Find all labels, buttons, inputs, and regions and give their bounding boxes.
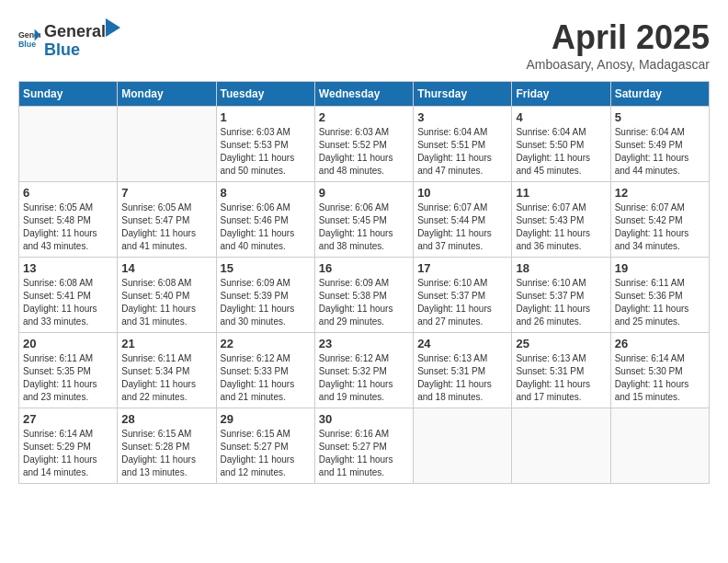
calendar-cell: 15Sunrise: 6:09 AMSunset: 5:39 PMDayligh… xyxy=(216,258,314,333)
day-info: Sunrise: 6:16 AMSunset: 5:27 PMDaylight:… xyxy=(319,428,409,479)
calendar-cell: 11Sunrise: 6:07 AMSunset: 5:43 PMDayligh… xyxy=(512,182,610,258)
calendar-cell: 18Sunrise: 6:10 AMSunset: 5:37 PMDayligh… xyxy=(512,258,610,333)
day-number: 13 xyxy=(23,261,113,275)
day-info: Sunrise: 6:08 AMSunset: 5:41 PMDaylight:… xyxy=(23,277,113,328)
day-info: Sunrise: 6:03 AMSunset: 5:53 PMDaylight:… xyxy=(221,126,311,178)
day-info: Sunrise: 6:04 AMSunset: 5:51 PMDaylight:… xyxy=(417,126,507,178)
day-info: Sunrise: 6:10 AMSunset: 5:37 PMDaylight:… xyxy=(516,277,606,328)
day-info: Sunrise: 6:09 AMSunset: 5:39 PMDaylight:… xyxy=(221,277,311,328)
calendar-cell: 28Sunrise: 6:15 AMSunset: 5:28 PMDayligh… xyxy=(118,408,216,484)
calendar-cell: 6Sunrise: 6:05 AMSunset: 5:48 PMDaylight… xyxy=(19,182,118,258)
calendar-cell: 7Sunrise: 6:05 AMSunset: 5:47 PMDaylight… xyxy=(118,182,216,258)
day-number: 4 xyxy=(516,110,606,124)
day-info: Sunrise: 6:11 AMSunset: 5:34 PMDaylight:… xyxy=(121,352,211,404)
day-number: 16 xyxy=(319,261,409,275)
day-number: 6 xyxy=(23,186,113,200)
day-info: Sunrise: 6:05 AMSunset: 5:48 PMDaylight:… xyxy=(23,201,113,253)
calendar-week-row: 1Sunrise: 6:03 AMSunset: 5:53 PMDaylight… xyxy=(19,107,710,182)
day-info: Sunrise: 6:15 AMSunset: 5:27 PMDaylight:… xyxy=(221,428,311,479)
svg-text:Blue: Blue xyxy=(18,40,36,49)
calendar-cell xyxy=(19,107,118,182)
day-number: 24 xyxy=(417,337,507,350)
day-info: Sunrise: 6:11 AMSunset: 5:36 PMDaylight:… xyxy=(615,277,705,328)
calendar-cell: 13Sunrise: 6:08 AMSunset: 5:41 PMDayligh… xyxy=(19,258,118,333)
calendar-header-tuesday: Tuesday xyxy=(216,82,314,107)
calendar-cell xyxy=(118,107,216,182)
calendar-cell: 25Sunrise: 6:13 AMSunset: 5:31 PMDayligh… xyxy=(512,333,610,408)
day-number: 17 xyxy=(417,261,507,275)
calendar-cell xyxy=(610,408,709,484)
day-info: Sunrise: 6:15 AMSunset: 5:28 PMDaylight:… xyxy=(121,428,211,479)
calendar-cell: 3Sunrise: 6:04 AMSunset: 5:51 PMDaylight… xyxy=(414,107,512,182)
day-number: 22 xyxy=(221,337,311,350)
day-number: 30 xyxy=(319,412,409,426)
day-info: Sunrise: 6:07 AMSunset: 5:43 PMDaylight:… xyxy=(516,201,606,253)
day-info: Sunrise: 6:07 AMSunset: 5:42 PMDaylight:… xyxy=(615,201,705,253)
calendar-cell: 19Sunrise: 6:11 AMSunset: 5:36 PMDayligh… xyxy=(610,258,709,333)
day-number: 14 xyxy=(121,261,211,275)
day-info: Sunrise: 6:04 AMSunset: 5:49 PMDaylight:… xyxy=(615,126,705,178)
day-number: 12 xyxy=(615,186,705,200)
day-info: Sunrise: 6:05 AMSunset: 5:47 PMDaylight:… xyxy=(121,201,211,253)
header: General Blue General Blue April 2025 Amb… xyxy=(18,18,710,72)
day-info: Sunrise: 6:12 AMSunset: 5:33 PMDaylight:… xyxy=(221,352,311,404)
calendar-cell: 23Sunrise: 6:12 AMSunset: 5:32 PMDayligh… xyxy=(314,333,413,408)
calendar-cell xyxy=(414,408,512,484)
day-info: Sunrise: 6:08 AMSunset: 5:40 PMDaylight:… xyxy=(121,277,211,328)
calendar-header-thursday: Thursday xyxy=(414,82,512,107)
logo-icon: General Blue xyxy=(18,28,40,50)
calendar-header-friday: Friday xyxy=(512,82,610,107)
day-info: Sunrise: 6:10 AMSunset: 5:37 PMDaylight:… xyxy=(417,277,507,328)
day-number: 21 xyxy=(121,337,211,350)
calendar-cell: 26Sunrise: 6:14 AMSunset: 5:30 PMDayligh… xyxy=(610,333,709,408)
calendar-cell: 17Sunrise: 6:10 AMSunset: 5:37 PMDayligh… xyxy=(414,258,512,333)
day-info: Sunrise: 6:13 AMSunset: 5:31 PMDaylight:… xyxy=(516,352,606,404)
calendar-header-saturday: Saturday xyxy=(610,82,709,107)
calendar-week-row: 13Sunrise: 6:08 AMSunset: 5:41 PMDayligh… xyxy=(19,258,710,333)
day-info: Sunrise: 6:04 AMSunset: 5:50 PMDaylight:… xyxy=(516,126,606,178)
calendar-cell: 12Sunrise: 6:07 AMSunset: 5:42 PMDayligh… xyxy=(610,182,709,258)
calendar-cell: 30Sunrise: 6:16 AMSunset: 5:27 PMDayligh… xyxy=(314,408,413,484)
calendar-cell: 27Sunrise: 6:14 AMSunset: 5:29 PMDayligh… xyxy=(19,408,118,484)
day-number: 18 xyxy=(516,261,606,275)
location-subtitle: Amboasary, Anosy, Madagascar xyxy=(527,57,710,72)
calendar-cell: 9Sunrise: 6:06 AMSunset: 5:45 PMDaylight… xyxy=(314,182,413,258)
calendar-header-monday: Monday xyxy=(118,82,216,107)
calendar-week-row: 6Sunrise: 6:05 AMSunset: 5:48 PMDaylight… xyxy=(19,182,710,258)
day-number: 25 xyxy=(516,337,606,350)
calendar-cell: 24Sunrise: 6:13 AMSunset: 5:31 PMDayligh… xyxy=(414,333,512,408)
day-info: Sunrise: 6:11 AMSunset: 5:35 PMDaylight:… xyxy=(23,352,113,404)
calendar-week-row: 27Sunrise: 6:14 AMSunset: 5:29 PMDayligh… xyxy=(19,408,710,484)
day-info: Sunrise: 6:13 AMSunset: 5:31 PMDaylight:… xyxy=(417,352,507,404)
calendar-cell: 14Sunrise: 6:08 AMSunset: 5:40 PMDayligh… xyxy=(118,258,216,333)
day-info: Sunrise: 6:12 AMSunset: 5:32 PMDaylight:… xyxy=(319,352,409,404)
day-number: 27 xyxy=(23,412,113,426)
calendar-week-row: 20Sunrise: 6:11 AMSunset: 5:35 PMDayligh… xyxy=(19,333,710,408)
day-number: 5 xyxy=(615,110,705,124)
calendar-cell: 22Sunrise: 6:12 AMSunset: 5:33 PMDayligh… xyxy=(216,333,314,408)
calendar-cell: 5Sunrise: 6:04 AMSunset: 5:49 PMDaylight… xyxy=(610,107,709,182)
calendar-cell: 16Sunrise: 6:09 AMSunset: 5:38 PMDayligh… xyxy=(314,258,413,333)
day-number: 2 xyxy=(319,110,409,124)
day-number: 20 xyxy=(23,337,113,350)
calendar-cell: 21Sunrise: 6:11 AMSunset: 5:34 PMDayligh… xyxy=(118,333,216,408)
calendar-cell: 10Sunrise: 6:07 AMSunset: 5:44 PMDayligh… xyxy=(414,182,512,258)
day-number: 26 xyxy=(615,337,705,350)
day-number: 11 xyxy=(516,186,606,200)
svg-marker-3 xyxy=(106,18,120,37)
logo-arrow-icon xyxy=(106,18,120,37)
logo-general-text: General xyxy=(44,23,106,41)
month-title: April 2025 xyxy=(527,18,710,57)
logo-blue-text: Blue xyxy=(44,40,80,59)
calendar-cell xyxy=(512,408,610,484)
logo: General Blue General Blue xyxy=(18,18,120,60)
day-info: Sunrise: 6:06 AMSunset: 5:45 PMDaylight:… xyxy=(319,201,409,253)
day-number: 29 xyxy=(221,412,311,426)
day-number: 7 xyxy=(121,186,211,200)
calendar-cell: 20Sunrise: 6:11 AMSunset: 5:35 PMDayligh… xyxy=(19,333,118,408)
calendar-header-sunday: Sunday xyxy=(19,82,118,107)
calendar: SundayMondayTuesdayWednesdayThursdayFrid… xyxy=(18,81,710,484)
day-info: Sunrise: 6:07 AMSunset: 5:44 PMDaylight:… xyxy=(417,201,507,253)
calendar-cell: 4Sunrise: 6:04 AMSunset: 5:50 PMDaylight… xyxy=(512,107,610,182)
calendar-cell: 2Sunrise: 6:03 AMSunset: 5:52 PMDaylight… xyxy=(314,107,413,182)
